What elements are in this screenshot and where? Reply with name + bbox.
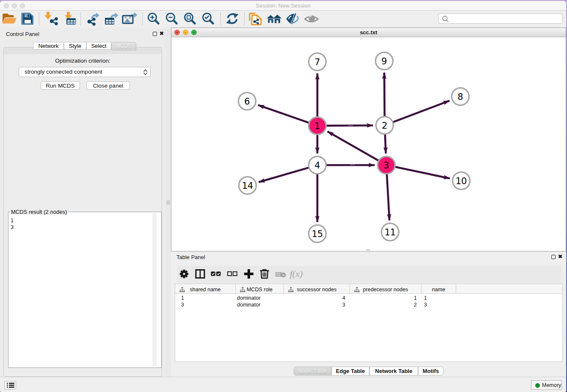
- svg-text:9: 9: [381, 56, 387, 66]
- svg-text:6: 6: [244, 97, 250, 107]
- svg-text:14: 14: [242, 181, 253, 191]
- svg-text:11: 11: [385, 227, 396, 237]
- svg-text:4: 4: [314, 160, 320, 171]
- svg-text:1: 1: [314, 121, 320, 131]
- svg-text:2: 2: [382, 121, 387, 131]
- svg-text:f(x): f(x): [290, 268, 303, 279]
- svg-text:15: 15: [312, 229, 323, 239]
- svg-text:7: 7: [314, 57, 320, 67]
- svg-text:3: 3: [383, 160, 389, 171]
- svg-text:10: 10: [456, 176, 467, 186]
- svg-text:8: 8: [457, 92, 463, 102]
